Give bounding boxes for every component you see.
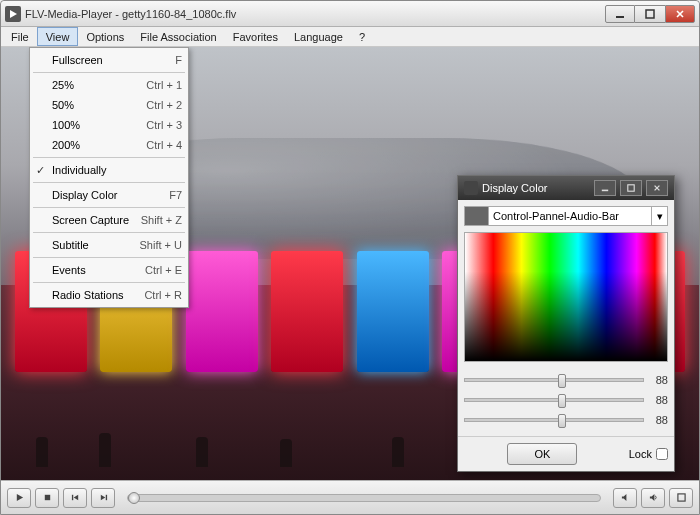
- seek-knob[interactable]: [128, 492, 140, 504]
- svg-rect-10: [44, 495, 49, 500]
- window-buttons: [605, 5, 695, 23]
- menu-item-zoom-200[interactable]: 200%Ctrl + 4: [32, 135, 186, 155]
- chevron-down-icon[interactable]: ▾: [651, 207, 667, 225]
- target-value: Control-Pannel-Audio-Bar: [489, 207, 651, 225]
- dialog-maximize-button[interactable]: [620, 180, 642, 196]
- dialog-close-button[interactable]: [646, 180, 668, 196]
- slider-row-2: 88: [464, 390, 668, 410]
- view-dropdown: FullscreenF 25%Ctrl + 1 50%Ctrl + 2 100%…: [29, 47, 189, 308]
- slider-row-3: 88: [464, 410, 668, 430]
- volume-button[interactable]: [641, 488, 665, 508]
- fullscreen-button[interactable]: [669, 488, 693, 508]
- menu-item-fullscreen[interactable]: FullscreenF: [32, 50, 186, 70]
- dialog-titlebar[interactable]: Display Color: [458, 176, 674, 200]
- display-color-dialog[interactable]: Display Color Control-Pannel-Audio-Bar ▾: [457, 175, 675, 472]
- slider-3-value: 88: [650, 414, 668, 426]
- slider-row-1: 88: [464, 370, 668, 390]
- menu-item-zoom-100[interactable]: 100%Ctrl + 3: [32, 115, 186, 135]
- slider-thumb[interactable]: [558, 414, 566, 428]
- svg-rect-17: [677, 494, 684, 501]
- menu-item-zoom-25[interactable]: 25%Ctrl + 1: [32, 75, 186, 95]
- menu-separator: [33, 182, 185, 183]
- menu-separator: [33, 282, 185, 283]
- menu-options[interactable]: Options: [78, 27, 132, 46]
- slider-2-value: 88: [650, 394, 668, 406]
- dialog-app-icon: [464, 181, 478, 195]
- menubar: File View Options File Association Favor…: [1, 27, 699, 47]
- menu-item-events[interactable]: EventsCtrl + E: [32, 260, 186, 280]
- seek-bar[interactable]: [127, 494, 601, 502]
- svg-rect-14: [105, 495, 106, 500]
- lock-control: Lock: [629, 448, 668, 460]
- target-combo[interactable]: Control-Pannel-Audio-Bar ▾: [464, 206, 668, 226]
- menu-item-display-color[interactable]: Display ColorF7: [32, 185, 186, 205]
- menu-separator: [33, 72, 185, 73]
- menu-separator: [33, 157, 185, 158]
- svg-rect-2: [646, 10, 654, 18]
- svg-marker-9: [16, 494, 22, 501]
- prev-button[interactable]: [63, 488, 87, 508]
- menu-file-association[interactable]: File Association: [132, 27, 224, 46]
- menu-item-radio-stations[interactable]: Radio StationsCtrl + R: [32, 285, 186, 305]
- menu-item-screen-capture[interactable]: Screen CaptureShift + Z: [32, 210, 186, 230]
- video-area[interactable]: FullscreenF 25%Ctrl + 1 50%Ctrl + 2 100%…: [1, 47, 699, 480]
- slider-1-value: 88: [650, 374, 668, 386]
- target-swatch: [465, 207, 489, 225]
- main-window: FLV-Media-Player - getty1160-84_1080c.fl…: [0, 0, 700, 515]
- color-picker[interactable]: [464, 232, 668, 362]
- menu-view[interactable]: View: [37, 27, 79, 46]
- lock-label: Lock: [629, 448, 652, 460]
- menu-file[interactable]: File: [3, 27, 37, 46]
- menu-favorites[interactable]: Favorites: [225, 27, 286, 46]
- dialog-title: Display Color: [482, 182, 594, 194]
- titlebar[interactable]: FLV-Media-Player - getty1160-84_1080c.fl…: [1, 1, 699, 27]
- ok-button[interactable]: OK: [507, 443, 577, 465]
- app-icon: [5, 6, 21, 22]
- close-button[interactable]: [665, 5, 695, 23]
- svg-rect-5: [602, 190, 608, 192]
- slider-2[interactable]: [464, 398, 644, 402]
- play-button[interactable]: [7, 488, 31, 508]
- menu-language[interactable]: Language: [286, 27, 351, 46]
- svg-rect-1: [616, 16, 624, 18]
- check-icon: ✓: [36, 164, 45, 177]
- mute-button[interactable]: [613, 488, 637, 508]
- next-button[interactable]: [91, 488, 115, 508]
- maximize-button[interactable]: [635, 5, 665, 23]
- menu-help[interactable]: ?: [351, 27, 373, 46]
- svg-marker-16: [649, 494, 654, 501]
- menu-separator: [33, 257, 185, 258]
- svg-marker-12: [73, 495, 78, 500]
- menu-item-zoom-50[interactable]: 50%Ctrl + 2: [32, 95, 186, 115]
- slider-thumb[interactable]: [558, 374, 566, 388]
- menu-item-subtitle[interactable]: SubtitleShift + U: [32, 235, 186, 255]
- minimize-button[interactable]: [605, 5, 635, 23]
- slider-1[interactable]: [464, 378, 644, 382]
- slider-thumb[interactable]: [558, 394, 566, 408]
- menu-separator: [33, 207, 185, 208]
- svg-marker-15: [621, 494, 626, 501]
- svg-rect-6: [628, 185, 634, 191]
- menu-separator: [33, 232, 185, 233]
- svg-marker-0: [10, 10, 17, 18]
- window-title: FLV-Media-Player - getty1160-84_1080c.fl…: [25, 8, 605, 20]
- svg-rect-11: [71, 495, 72, 500]
- slider-3[interactable]: [464, 418, 644, 422]
- dialog-minimize-button[interactable]: [594, 180, 616, 196]
- menu-item-individually[interactable]: ✓Individually: [32, 160, 186, 180]
- playback-controls: [1, 480, 699, 514]
- svg-marker-13: [100, 495, 105, 500]
- stop-button[interactable]: [35, 488, 59, 508]
- color-sliders: 88 88 88: [464, 370, 668, 430]
- lock-checkbox[interactable]: [656, 448, 668, 460]
